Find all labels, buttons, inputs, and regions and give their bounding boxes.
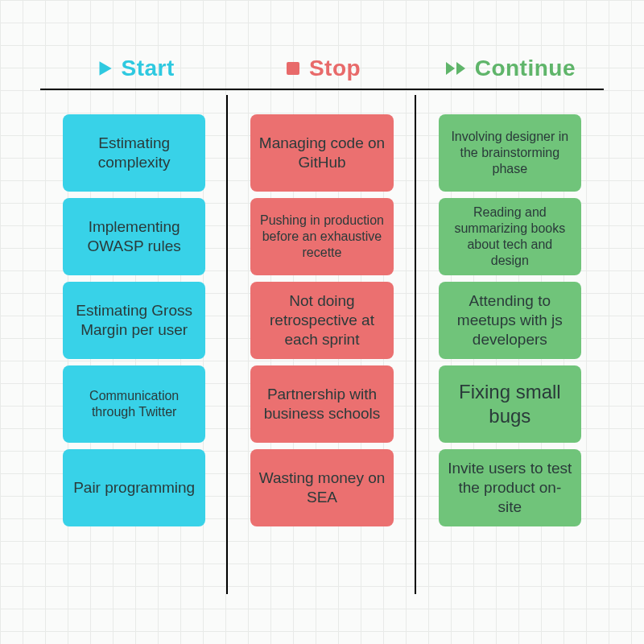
card[interactable]: Pushing in production before an exhausti…	[250, 198, 393, 275]
card[interactable]: Invite users to test the product on-site	[439, 449, 581, 526]
start-header: Start	[40, 48, 228, 89]
start-title: Start	[122, 56, 175, 81]
card-text: Partnership with business schools	[258, 385, 385, 423]
play-icon	[94, 58, 115, 79]
start-cards: Estimating complexity Implementing OWASP…	[40, 114, 228, 526]
card-text: Estimating complexity	[71, 134, 197, 172]
svg-rect-0	[287, 62, 299, 75]
card-text: Pair programming	[73, 478, 195, 497]
card-text: Communication through Twitter	[71, 388, 197, 420]
card[interactable]: Pair programming	[63, 449, 205, 526]
card-text: Wasting money on SEA	[258, 469, 385, 507]
divider	[40, 89, 228, 90]
card-text: Involving designer in the brainstorming …	[447, 129, 573, 177]
card[interactable]: Managing code on GitHub	[250, 114, 393, 192]
card[interactable]: Fixing small bugs	[439, 365, 581, 443]
start-column: Start Estimating complexity Implementing…	[40, 48, 228, 612]
continue-cards: Involving designer in the brainstorming …	[416, 114, 604, 526]
card-text: Managing code on GitHub	[258, 134, 385, 172]
card-text: Pushing in production before an exhausti…	[258, 213, 385, 261]
stop-column: Stop Managing code on GitHub Pushing in …	[228, 48, 415, 612]
card[interactable]: Estimating complexity	[63, 114, 205, 192]
card[interactable]: Communication through Twitter	[63, 365, 205, 443]
fast-forward-icon	[444, 58, 469, 79]
card-text: Estimating Gross Margin per user	[71, 301, 197, 340]
card[interactable]: Wasting money on SEA	[250, 449, 393, 526]
card-text: Attending to meetups with js developers	[447, 291, 573, 349]
stop-header: Stop	[228, 48, 415, 89]
card-text: Not doing retrospective at each sprint	[258, 291, 385, 349]
stop-cards: Managing code on GitHub Pushing in produ…	[228, 114, 415, 526]
card[interactable]: Implementing OWASP rules	[63, 198, 205, 275]
card[interactable]: Involving designer in the brainstorming …	[439, 114, 581, 192]
card-text: Invite users to test the product on-site	[447, 459, 573, 516]
card[interactable]: Not doing retrospective at each sprint	[250, 282, 393, 359]
retrospective-board: Start Estimating complexity Implementing…	[40, 48, 604, 612]
card-text: Reading and summarizing books about tech…	[447, 204, 573, 269]
continue-title: Continue	[475, 56, 576, 81]
divider	[416, 89, 604, 90]
card[interactable]: Partnership with business schools	[250, 365, 393, 443]
stop-title: Stop	[309, 56, 361, 81]
card[interactable]: Attending to meetups with js developers	[439, 282, 581, 359]
card-text: Fixing small bugs	[447, 380, 573, 428]
divider	[228, 89, 415, 90]
card-text: Implementing OWASP rules	[71, 217, 197, 256]
continue-column: Continue Involving designer in the brain…	[416, 48, 604, 612]
card[interactable]: Estimating Gross Margin per user	[63, 282, 205, 359]
card[interactable]: Reading and summarizing books about tech…	[439, 198, 581, 275]
stop-icon	[283, 59, 303, 78]
continue-header: Continue	[416, 48, 604, 89]
